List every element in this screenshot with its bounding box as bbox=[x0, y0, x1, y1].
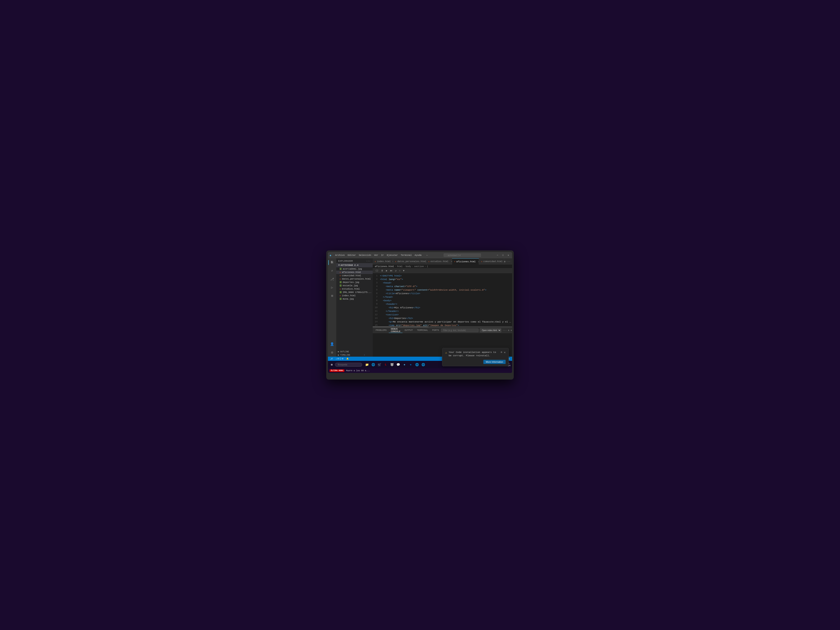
menu-bar: Archivo Editar Selección Ver Ir Ejecutar… bbox=[334, 254, 423, 257]
status-branch[interactable]: ⎇ bbox=[330, 357, 333, 360]
notification-close-button[interactable]: ✕ bbox=[504, 351, 505, 354]
timeline-section[interactable]: ▶ TIMELINE › bbox=[336, 353, 373, 357]
file-deportes[interactable]: 🖼 deportes.jpg bbox=[336, 281, 373, 284]
tab-estudios[interactable]: ◇ estudios.html ✕ bbox=[426, 258, 452, 265]
fold-icon[interactable]: ⟨⟩ bbox=[375, 269, 379, 273]
file-name: aficiones.html bbox=[342, 271, 361, 273]
timeline-chevron-icon: › bbox=[364, 354, 365, 356]
taskbar-app-vscode2[interactable]: ◈ bbox=[408, 362, 413, 367]
file-comunidad[interactable]: ◇ comunidad.html bbox=[336, 274, 373, 277]
panel-tab-problems[interactable]: PROBLEMS bbox=[374, 328, 389, 333]
taskbar-app-chrome[interactable]: 🌐 bbox=[414, 362, 420, 367]
html-icon: ◇ bbox=[339, 278, 341, 280]
taskbar-app-wolf[interactable]: 🐺 bbox=[389, 362, 395, 367]
file-estudios[interactable]: ◇ estudios.html bbox=[336, 287, 373, 291]
panel-tab-terminal[interactable]: TERMINAL bbox=[415, 328, 430, 333]
activity-source-control[interactable]: ⎇ bbox=[328, 276, 336, 283]
panel-tab-debug-console[interactable]: DEBUG CONSOLE bbox=[389, 328, 403, 333]
panel-tab-output[interactable]: OUTPUT bbox=[403, 328, 415, 333]
panel-tab-ports[interactable]: PORTS bbox=[430, 328, 441, 333]
menu-view[interactable]: Ver bbox=[373, 254, 380, 257]
circle-icon[interactable]: ○ bbox=[398, 269, 401, 273]
tab-datos-personales[interactable]: ◇ datos_personales.html ✕ bbox=[393, 258, 426, 265]
code-line-11: 11 </header> bbox=[373, 309, 512, 313]
panel-chevron-up-icon[interactable]: ∧ bbox=[508, 329, 509, 332]
tab-comunidad[interactable]: ◇ comunidad.html ✕ bbox=[479, 258, 504, 265]
more-actions-icon[interactable]: ··· bbox=[506, 260, 510, 263]
panel-more-icon[interactable]: ··· bbox=[502, 329, 507, 332]
file-aficiones[interactable]: ◇ aficiones.html bbox=[336, 271, 373, 274]
code-line-14: 14 <p>Me encanta mantenerme activo y par… bbox=[373, 320, 512, 324]
tab-aficiones[interactable]: ◇ aficiones.html ✕ bbox=[452, 258, 479, 265]
error-count: 0 bbox=[338, 358, 339, 360]
split-editor-icon[interactable]: ⊡ bbox=[504, 260, 505, 263]
horizontal-scrollbar[interactable] bbox=[373, 326, 512, 327]
news-ticker: ÚLTIMA HORA Muere a los 60 a... bbox=[328, 368, 512, 373]
step-over-icon[interactable]: ⏭ bbox=[389, 269, 393, 273]
taskbar-app-store[interactable]: 🛒 bbox=[377, 362, 382, 367]
outline-section[interactable]: ▶ OUTLINE bbox=[336, 350, 373, 353]
menu-go[interactable]: Ir bbox=[380, 254, 385, 257]
file-muna[interactable]: 🖼 muna.jpg bbox=[336, 297, 373, 301]
status-bell[interactable]: 🔔 bbox=[346, 357, 349, 360]
folder-name[interactable]: ▼ ACTIVIDAD 2.4 bbox=[336, 263, 373, 267]
panel-close-icon[interactable]: ✕ bbox=[511, 329, 512, 332]
more-information-button[interactable]: More Information bbox=[483, 360, 505, 364]
file-name: deportes.jpg bbox=[343, 281, 359, 284]
minimize-button[interactable]: ─ bbox=[496, 254, 500, 257]
file-escuela[interactable]: 🖼 escuela.jpg bbox=[336, 284, 373, 287]
account-icon[interactable]: 👤 bbox=[328, 341, 336, 347]
notification-settings-icon[interactable]: ⚙ bbox=[501, 351, 502, 354]
sidebar-overflow-btn[interactable]: ··· bbox=[366, 260, 371, 262]
settings-icon[interactable]: ⚙ bbox=[328, 349, 336, 356]
activity-explorer[interactable]: ⎘ bbox=[328, 259, 336, 266]
taskbar-app-l[interactable]: L bbox=[383, 362, 388, 367]
pause-icon[interactable]: ⏸ bbox=[380, 269, 384, 273]
status-errors[interactable]: ⚠ 0 ⓘ 0 bbox=[335, 357, 344, 360]
news-text: Muere a los 60 a... bbox=[346, 369, 370, 372]
panel-file-select[interactable]: Open index.html bbox=[480, 328, 501, 332]
activity-run-debug[interactable]: ▷ bbox=[328, 284, 336, 291]
menu-run[interactable]: Ejecutar bbox=[385, 254, 399, 257]
taskbar-search-input[interactable] bbox=[335, 363, 362, 367]
nav-back-btn[interactable]: ← bbox=[425, 254, 429, 257]
tabs-bar: ◇ index.html ✕ ◇ datos_personales.html ✕… bbox=[373, 258, 512, 265]
window-controls: ─ □ ✕ bbox=[496, 254, 510, 257]
menu-help[interactable]: Ayuda bbox=[413, 254, 423, 257]
html-icon: ◇ bbox=[339, 275, 341, 277]
taskbar-app-edge[interactable]: 🌐 bbox=[370, 362, 376, 367]
close-button[interactable]: ✕ bbox=[506, 254, 510, 257]
menu-edit[interactable]: Editar bbox=[346, 254, 357, 257]
title-search-input[interactable] bbox=[444, 253, 481, 257]
outline-label: OUTLINE bbox=[340, 351, 349, 353]
html-icon: ◇ bbox=[339, 271, 341, 273]
activity-extensions[interactable]: ⊞ bbox=[328, 292, 336, 299]
menu-terminal[interactable]: Terminal bbox=[399, 254, 413, 257]
file-index[interactable]: ◇ index.html bbox=[336, 294, 373, 297]
panel-filter-input[interactable] bbox=[441, 328, 478, 332]
taskbar-app-visual[interactable]: ◈ bbox=[402, 362, 407, 367]
code-editor[interactable]: 1 <!DOCTYPE html> 2 <html lang="es"> 3 <… bbox=[373, 273, 512, 326]
file-acercademi[interactable]: 🖼 acercademi.jpg bbox=[336, 267, 373, 271]
file-datos-personales[interactable]: ◇ datos_personales.html bbox=[336, 277, 373, 281]
sidebar: EXPLORADOR ··· ▼ ACTIVIDAD 2.4 🖼 acercad… bbox=[336, 258, 373, 357]
breadcrumb-sep: › bbox=[395, 265, 396, 268]
menu-file[interactable]: Archivo bbox=[334, 254, 346, 257]
image-icon: 🖼 bbox=[339, 291, 342, 294]
taskbar-app-teams[interactable]: 💬 bbox=[395, 362, 401, 367]
start-button[interactable]: ⊞ bbox=[330, 363, 334, 367]
maximize-button[interactable]: □ bbox=[501, 254, 505, 257]
file-img3686[interactable]: 🖼 IMG_3686 1700x1275... bbox=[336, 291, 373, 294]
play-icon[interactable]: ▶ bbox=[385, 269, 388, 273]
tab-index[interactable]: ◇ index.html ✕ bbox=[373, 258, 393, 265]
refresh-icon[interactable]: ↺ bbox=[395, 269, 397, 273]
sidebar-header: EXPLORADOR ··· bbox=[336, 258, 373, 263]
image-icon: 🖼 bbox=[339, 268, 342, 270]
notification-actions: More Information bbox=[445, 359, 505, 364]
file-name: datos_personales.html bbox=[342, 278, 371, 280]
activity-search[interactable]: ⌕ bbox=[328, 267, 336, 274]
dropdown-icon[interactable]: ▼ bbox=[402, 269, 405, 273]
taskbar-app-chrome2[interactable]: 🌐 bbox=[420, 362, 426, 367]
taskbar-app-files[interactable]: 📁 bbox=[364, 362, 369, 367]
menu-selection[interactable]: Selección bbox=[357, 254, 372, 257]
